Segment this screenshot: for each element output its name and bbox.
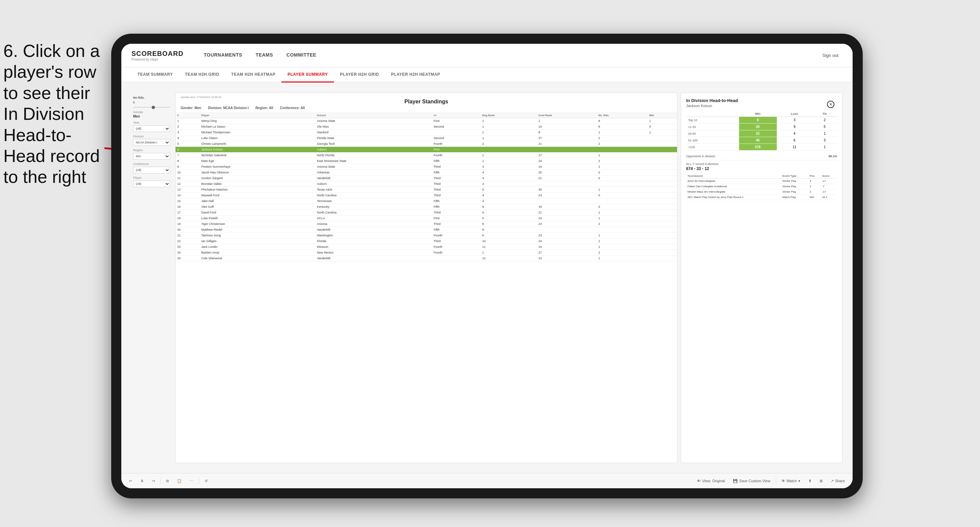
toolbar-icon-1[interactable]: ⬆	[806, 478, 814, 484]
table-cell: Jacob Mau Okesson	[199, 170, 315, 175]
table-row[interactable]: 9Preston SummerhaysArizona StateThird324…	[176, 164, 677, 170]
table-row[interactable]: 3Michael ThorbjornsenStanford1811	[176, 130, 677, 135]
conference-filter-select[interactable]: (All)	[133, 167, 170, 173]
nav-right: Sign out	[818, 51, 843, 60]
table-cell: Kentucky	[315, 204, 432, 210]
nav-teams[interactable]: TEAMS	[249, 44, 280, 67]
table-row[interactable]: 22Ian GilliganFloridaThird10241	[176, 238, 677, 244]
table-cell	[648, 158, 678, 164]
tournament-cell: 2	[808, 189, 821, 195]
nav-committee[interactable]: COMMITTEE	[280, 44, 323, 67]
table-row[interactable]: 11Gordon SargentVanderbiltThird4210	[176, 175, 677, 181]
tab-player-summary[interactable]: PLAYER SUMMARY	[282, 67, 334, 83]
table-cell: First	[432, 118, 480, 124]
table-row[interactable]: 24Bastien AmatNew MexicoFourth1272	[176, 250, 677, 256]
table-cell: 2	[597, 164, 648, 170]
division-filter-label: Division	[133, 135, 170, 138]
tournament-cell: Mirabel Maui Jim Intercollegiate	[686, 189, 781, 195]
redo-button[interactable]: ↪	[149, 478, 158, 484]
table-cell: 21	[537, 141, 597, 147]
nav-items: TOURNAMENTS TEAMS COMMITTEE	[197, 44, 818, 67]
table-cell: 21	[537, 210, 597, 216]
table-cell: Alex Goff	[199, 204, 315, 210]
undo-button[interactable]: ↩	[126, 478, 135, 484]
table-cell: Second	[432, 135, 480, 141]
pause-button[interactable]: ⏸	[137, 478, 146, 484]
h2h-win-cell: 578	[739, 144, 777, 151]
h2h-close-button[interactable]: ✕	[827, 101, 834, 108]
table-cell: 9	[176, 164, 199, 170]
table-row[interactable]: 7Nicholas GabrelcikNorth FloridaFourth12…	[176, 152, 677, 158]
table-row[interactable]: 2Michael La SassoOle MissSecond11080	[176, 124, 677, 130]
table-cell: Arizona State	[315, 118, 432, 124]
table-row[interactable]: 8Mats EgeEast Tennessee StateFifth1242	[176, 158, 677, 164]
table-row[interactable]: 19Tiger ChristensenArizonaThird8232	[176, 221, 677, 227]
table-cell: 23	[537, 256, 597, 261]
table-row[interactable]: 6Jackson KoivunAuburnFirst	[176, 147, 677, 152]
tab-team-h2h-grid[interactable]: TEAM H2H GRID	[179, 67, 225, 83]
refresh-button[interactable]: ↺	[202, 478, 210, 484]
t-col-tournament: Tournament	[686, 174, 781, 178]
tab-team-h2h-heatmap[interactable]: TEAM H2H HEATMAP	[225, 67, 282, 83]
table-row[interactable]: 12Brendan VallesAuburnThird4	[176, 181, 677, 187]
dashboard: No Rds. 6 Gender Men Year (All) Division…	[131, 93, 843, 463]
tab-player-h2h-grid[interactable]: PLAYER H2H GRID	[334, 67, 385, 83]
division-filter-select[interactable]: NCAA Division I	[133, 139, 170, 146]
table-row[interactable]: 16Alex GoffKentuckyFifth8190	[176, 204, 677, 210]
table-cell	[648, 187, 678, 193]
table-cell: 16	[176, 204, 199, 210]
h2h-loss-cell: 9	[777, 124, 813, 130]
tournament-cell: Win	[808, 195, 821, 200]
table-row[interactable]: 25Cole SherwoodVanderbilt12231	[176, 256, 677, 261]
table-cell: Arkansas	[315, 170, 432, 175]
top-nav: SCOREBOARD Powered by clippi TOURNAMENTS…	[121, 44, 853, 67]
sidebar-filters: No Rds. 6 Gender Men Year (All) Division…	[131, 93, 172, 463]
slider-container[interactable]	[133, 107, 170, 108]
table-cell	[597, 147, 648, 152]
share-button[interactable]: ↗ Share	[828, 478, 848, 484]
table-cell: Texas A&M	[315, 187, 432, 193]
player-filter-select[interactable]: (All)	[133, 181, 170, 187]
table-cell: 1	[597, 152, 648, 158]
standings-tbody: 1Wenyi DingArizona StateFirst11812Michae…	[176, 118, 677, 261]
table-cell: Jack Lundin	[199, 244, 315, 250]
table-cell: 24	[537, 164, 597, 170]
h2h-panel: In Division Head-to-Head Jackson Koivun …	[681, 93, 843, 463]
table-cell: Auburn	[315, 181, 432, 187]
table-row[interactable]: 20Matthew RiedelVanderbiltFifth8	[176, 227, 677, 233]
table-row[interactable]: 10Jacob Mau OkessonArkansasFifth4250	[176, 170, 677, 175]
table-scroll[interactable]: # Player School Yr Reg Rank Conf Rank No…	[176, 113, 677, 463]
paste-button[interactable]: 📋	[174, 478, 185, 484]
table-cell: 27	[537, 135, 597, 141]
table-row[interactable]: 14Maxwell FordNorth CarolinaThird4230	[176, 193, 677, 198]
table-row[interactable]: 4Luke ClatonFlorida StateSecond1272	[176, 135, 677, 141]
nav-tournaments[interactable]: TOURNAMENTS	[197, 44, 249, 67]
table-row[interactable]: 13Phichakun MaichonTexas A&MThird6301	[176, 187, 677, 193]
h2h-col-tie: Tie	[812, 111, 837, 117]
table-row[interactable]: 23Jack LundinMissouriFourth11241	[176, 244, 677, 250]
year-filter-select[interactable]: (All)	[133, 125, 170, 132]
table-cell: Fourth	[432, 141, 480, 147]
table-row[interactable]: 18Luke PowellUCLAFirst6241	[176, 216, 677, 221]
tab-player-h2h-heatmap[interactable]: PLAYER H2H HEATMAP	[385, 67, 446, 83]
table-row[interactable]: 21Taehoon SongWashingtonFourth6231	[176, 233, 677, 238]
table-cell: 1	[648, 130, 678, 135]
sign-out-button[interactable]: Sign out	[818, 51, 843, 60]
watch-button[interactable]: 👁 Watch ▾	[779, 478, 803, 484]
table-cell: Third	[432, 164, 480, 170]
save-custom-button[interactable]: 💾 Save Custom View	[730, 478, 773, 484]
view-original-button[interactable]: 👁 View: Original	[694, 478, 728, 484]
toolbar-icon-2[interactable]: ⊞	[817, 478, 825, 484]
tab-team-summary[interactable]: TEAM SUMMARY	[131, 67, 179, 83]
table-row[interactable]: 17David FordNorth CarolinaThird8211	[176, 210, 677, 216]
table-row[interactable]: 1Wenyi DingArizona StateFirst1181	[176, 118, 677, 124]
more-button[interactable]: ⋯	[187, 478, 196, 484]
table-cell: 8	[480, 221, 537, 227]
table-row[interactable]: 5Christo LamprechtGeorgia TechFourth2212	[176, 141, 677, 147]
watch-icon: 👁	[781, 479, 785, 483]
table-row[interactable]: 15Jake HallTennesseeFifth4	[176, 198, 677, 204]
region-filter-select[interactable]: N/A	[133, 153, 170, 160]
table-cell: 3	[176, 130, 199, 135]
h2h-col-rank	[686, 111, 739, 117]
copy-button[interactable]: ⧉	[164, 478, 172, 484]
